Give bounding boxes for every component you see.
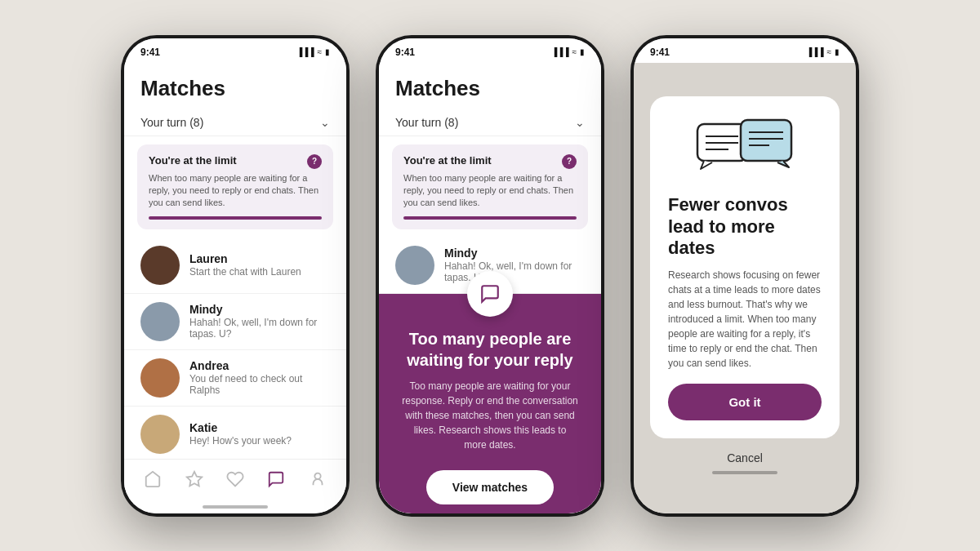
- status-time-1: 9:41: [140, 47, 160, 58]
- phone1-content: Matches Your turn (8) ⌄ You're at the li…: [124, 63, 346, 513]
- svg-marker-0: [186, 471, 201, 485]
- status-time-2: 9:41: [395, 47, 415, 58]
- got-it-button[interactable]: Got it: [668, 384, 822, 420]
- match-info-mindy-p2: Mindy Hahah! Ok, well, I'm down for tapa…: [444, 247, 585, 283]
- nav-profile-icon[interactable]: [306, 468, 329, 491]
- overlay-desc: Too many people are waiting for your res…: [379, 371, 601, 452]
- avatar-andrea: [140, 358, 180, 398]
- match-list-1: Lauren Start the chat with Lauren Mindy …: [124, 238, 346, 459]
- page-header-1: Matches: [124, 63, 346, 108]
- status-icons-2: ▐▐▐ ≈ ▮: [551, 47, 585, 56]
- status-bar-1: 9:41 ▐▐▐ ≈ ▮: [124, 38, 346, 63]
- limit-title-row-2: You're at the limit ?: [403, 154, 577, 169]
- limit-title-text-2: You're at the limit: [403, 154, 562, 167]
- chevron-icon-2: ⌄: [575, 116, 585, 129]
- limit-title-text-1: You're at the limit: [149, 154, 307, 167]
- nav-heart-icon[interactable]: [224, 468, 247, 491]
- match-msg-mindy: Hahah! Ok, well, I'm down for tapas. U?: [189, 317, 330, 340]
- overlay-title: Too many people are waiting for your rep…: [379, 328, 601, 371]
- page-title-1: Matches: [140, 76, 330, 101]
- limit-desc-1: When too many people are waiting for a r…: [149, 172, 322, 210]
- signal-icon-2: ▐▐▐: [551, 47, 568, 56]
- status-icons-3: ▐▐▐ ≈ ▮: [806, 47, 840, 56]
- home-indicator-1: [203, 505, 268, 509]
- phone-1: 9:41 ▐▐▐ ≈ ▮ Matches Your turn (8) ⌄ You…: [121, 35, 350, 517]
- match-name-katie: Katie: [189, 421, 330, 434]
- page-title-2: Matches: [395, 76, 585, 101]
- match-info-mindy: Mindy Hahah! Ok, well, I'm down for tapa…: [189, 303, 330, 340]
- status-bar-3: 9:41 ▐▐▐ ≈ ▮: [634, 38, 856, 63]
- chat-fab-icon[interactable]: [467, 271, 513, 317]
- wifi-icon-3: ≈: [826, 47, 831, 56]
- match-name-andrea: Andrea: [189, 359, 330, 372]
- phone-3: 9:41 ▐▐▐ ≈ ▮: [630, 35, 859, 517]
- match-msg-mindy-p2: Hahah! Ok, well, I'm down for tapas. U?: [444, 260, 585, 283]
- limit-bar-2: [403, 216, 577, 220]
- cancel-link[interactable]: Cancel: [727, 451, 763, 464]
- chevron-icon-1: ⌄: [320, 116, 330, 129]
- wifi-icon: ≈: [317, 47, 322, 56]
- section-row-1[interactable]: Your turn (8) ⌄: [124, 108, 346, 136]
- match-item-andrea[interactable]: Andrea You def need to check out Ralphs: [124, 350, 346, 407]
- limit-title-row: You're at the limit ?: [149, 154, 322, 169]
- status-time-3: 9:41: [650, 47, 670, 58]
- info-icon-1[interactable]: ?: [307, 154, 322, 169]
- status-icons-1: ▐▐▐ ≈ ▮: [296, 47, 330, 56]
- modal-card: Fewer convos lead to more dates Research…: [650, 96, 840, 438]
- avatar-katie: [140, 415, 180, 454]
- view-matches-button[interactable]: View matches: [426, 470, 554, 504]
- limit-bar-1: [149, 216, 322, 220]
- limit-desc-2: When too many people are waiting for a r…: [403, 172, 577, 210]
- section-row-2[interactable]: Your turn (8) ⌄: [379, 108, 601, 136]
- match-item-katie[interactable]: Katie Hey! How's your week?: [124, 407, 346, 459]
- signal-icon-3: ▐▐▐: [806, 47, 823, 56]
- section-label-1: Your turn (8): [140, 116, 203, 129]
- svg-point-1: [314, 473, 320, 478]
- match-msg-lauren: Start the chat with Lauren: [189, 266, 330, 278]
- match-item-lauren[interactable]: Lauren Start the chat with Lauren: [124, 238, 346, 294]
- match-item-mindy[interactable]: Mindy Hahah! Ok, well, I'm down for tapa…: [124, 294, 346, 350]
- match-name-mindy-p2: Mindy: [444, 247, 585, 260]
- section-label-2: Your turn (8): [395, 116, 458, 129]
- match-msg-andrea: You def need to check out Ralphs: [189, 373, 330, 396]
- avatar-mindy-p2: [395, 246, 434, 285]
- modal-desc: Research shows focusing on fewer chats a…: [668, 268, 822, 371]
- match-info-andrea: Andrea You def need to check out Ralphs: [189, 359, 330, 396]
- match-info-lauren: Lauren Start the chat with Lauren: [189, 252, 330, 278]
- p2-top: Matches Your turn (8) ⌄ You're at the li…: [379, 63, 601, 294]
- match-name-mindy: Mindy: [189, 303, 330, 316]
- match-msg-katie: Hey! How's your week?: [189, 435, 330, 447]
- home-indicator-3: [712, 471, 777, 474]
- nav-star-icon[interactable]: [183, 468, 206, 491]
- match-name-lauren: Lauren: [189, 252, 330, 265]
- phone2-content: Matches Your turn (8) ⌄ You're at the li…: [379, 63, 601, 513]
- nav-chat-icon[interactable]: [265, 468, 287, 491]
- phone3-content: Fewer convos lead to more dates Research…: [634, 63, 856, 513]
- status-bar-2: 9:41 ▐▐▐ ≈ ▮: [379, 38, 601, 63]
- bottom-nav-1: [124, 459, 346, 502]
- avatar-mindy: [140, 302, 180, 341]
- page-header-2: Matches: [379, 63, 601, 108]
- wifi-icon-2: ≈: [572, 47, 577, 56]
- battery-icon-3: ▮: [835, 47, 840, 56]
- battery-icon: ▮: [325, 47, 330, 56]
- avatar-lauren: [140, 246, 180, 285]
- limit-banner-2: You're at the limit ? When too many peop…: [392, 144, 588, 229]
- signal-icon: ▐▐▐: [296, 47, 314, 56]
- match-info-katie: Katie Hey! How's your week?: [189, 421, 330, 447]
- fewer-convos-illustration: [696, 116, 794, 181]
- battery-icon-2: ▮: [580, 47, 585, 56]
- nav-home-icon[interactable]: [141, 468, 164, 491]
- info-icon-2[interactable]: ?: [562, 154, 577, 169]
- limit-banner-1: You're at the limit ? When too many peop…: [137, 144, 333, 229]
- modal-title: Fewer convos lead to more dates: [668, 194, 822, 259]
- svg-rect-6: [741, 120, 791, 161]
- p2-overlay: Too many people are waiting for your rep…: [379, 294, 601, 513]
- phone-2: 9:41 ▐▐▐ ≈ ▮ Matches Your turn (8) ⌄ Yo: [376, 35, 604, 517]
